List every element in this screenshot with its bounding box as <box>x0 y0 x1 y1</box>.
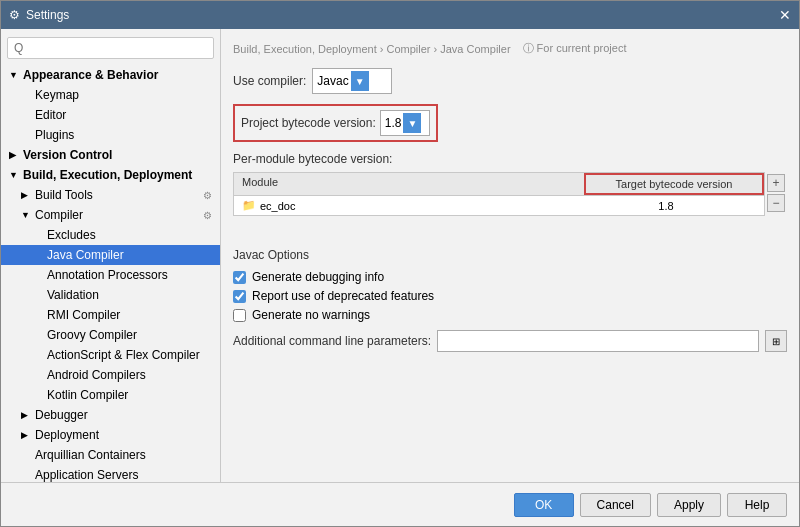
bytecode-version-select[interactable]: 1.8 ▼ <box>380 110 430 136</box>
checkbox-label-no_warnings: Generate no warnings <box>252 308 370 322</box>
cmd-row: Additional command line parameters: ⊞ <box>233 330 787 352</box>
sidebar-item-java-compiler[interactable]: Java Compiler <box>1 245 220 265</box>
cancel-button[interactable]: Cancel <box>580 493 651 517</box>
sidebar-item-arquillian[interactable]: Arquillian Containers <box>1 445 220 465</box>
sidebar-item-debugger[interactable]: ▶Debugger <box>1 405 220 425</box>
compiler-value: Javac <box>317 74 348 88</box>
sidebar-item-label: Deployment <box>35 428 99 442</box>
close-button[interactable]: ✕ <box>779 7 791 23</box>
checkbox-gen_debug[interactable] <box>233 271 246 284</box>
module-cell: 📁ec_doc <box>242 199 576 212</box>
bytecode-version-value: 1.8 <box>385 116 402 130</box>
apply-button[interactable]: Apply <box>657 493 721 517</box>
sidebar-item-label: Build, Execution, Deployment <box>23 168 192 182</box>
sidebar-item-build-tools[interactable]: ▶Build Tools⚙ <box>1 185 220 205</box>
expand-icon: ▶ <box>21 430 31 440</box>
add-row-button[interactable]: + <box>767 174 785 192</box>
compiler-select[interactable]: Javac ▼ <box>312 68 392 94</box>
sidebar-item-label: ActionScript & Flex Compiler <box>47 348 200 362</box>
sidebar-item-kotlin-compiler[interactable]: Kotlin Compiler <box>1 385 220 405</box>
ok-button[interactable]: OK <box>514 493 574 517</box>
title-bar-left: ⚙ Settings <box>9 8 69 22</box>
target-version-cell: 1.8 <box>576 200 756 212</box>
sidebar-item-label: Compiler <box>35 208 83 222</box>
sidebar-item-excludes[interactable]: Excludes <box>1 225 220 245</box>
expand-icon: ▼ <box>9 170 19 180</box>
browse-icon: ⊞ <box>772 336 780 347</box>
sidebar-item-label: Annotation Processors <box>47 268 168 282</box>
checkbox-label-deprecated: Report use of deprecated features <box>252 289 434 303</box>
main-content: ▼Appearance & BehaviorKeymapEditorPlugin… <box>1 29 799 482</box>
table-row[interactable]: 📁ec_doc1.8 <box>234 196 764 215</box>
checkbox-row-no_warnings: Generate no warnings <box>233 308 787 322</box>
sidebar-item-app-servers[interactable]: Application Servers <box>1 465 220 482</box>
expand-icon: ▼ <box>21 210 31 220</box>
settings-gear-icon: ⚙ <box>203 190 212 201</box>
settings-window: ⚙ Settings ✕ ▼Appearance & BehaviorKeyma… <box>0 0 800 527</box>
bytecode-version-box: Project bytecode version: 1.8 ▼ <box>233 104 438 142</box>
sidebar-item-deployment[interactable]: ▶Deployment <box>1 425 220 445</box>
sidebar-item-label: Editor <box>35 108 66 122</box>
sidebar-item-keymap[interactable]: Keymap <box>1 85 220 105</box>
folder-icon: 📁 <box>242 199 256 212</box>
use-compiler-label: Use compiler: <box>233 74 306 88</box>
table-side-buttons: + − <box>765 172 787 230</box>
compiler-dropdown-btn[interactable]: ▼ <box>351 71 369 91</box>
sidebar-item-appearance[interactable]: ▼Appearance & Behavior <box>1 65 220 85</box>
per-module-label: Per-module bytecode version: <box>233 152 787 166</box>
sidebar-tree: ▼Appearance & BehaviorKeymapEditorPlugin… <box>1 65 220 482</box>
checkbox-row-deprecated: Report use of deprecated features <box>233 289 787 303</box>
module-table: Module Target bytecode version 📁ec_doc1.… <box>233 172 765 216</box>
sidebar-item-label: Excludes <box>47 228 96 242</box>
sidebar-item-editor[interactable]: Editor <box>1 105 220 125</box>
sidebar-item-label: Groovy Compiler <box>47 328 137 342</box>
expand-icon: ▶ <box>21 190 31 200</box>
title-bar: ⚙ Settings ✕ <box>1 1 799 29</box>
cmd-input[interactable] <box>437 330 759 352</box>
sidebar-item-rmi-compiler[interactable]: RMI Compiler <box>1 305 220 325</box>
sidebar-item-label: Validation <box>47 288 99 302</box>
table-header: Module Target bytecode version <box>234 173 764 196</box>
breadcrumb-suffix: ⓘ For current project <box>523 41 627 56</box>
sidebar: ▼Appearance & BehaviorKeymapEditorPlugin… <box>1 29 221 482</box>
javac-section: Javac Options Generate debugging infoRep… <box>233 248 787 352</box>
settings-icon: ⚙ <box>9 8 20 22</box>
target-col-header: Target bytecode version <box>584 173 764 195</box>
breadcrumb-path: Build, Execution, Deployment › Compiler … <box>233 43 511 55</box>
module-table-container: Module Target bytecode version 📁ec_doc1.… <box>233 172 787 230</box>
expand-icon: ▶ <box>9 150 19 160</box>
sidebar-item-actionscript[interactable]: ActionScript & Flex Compiler <box>1 345 220 365</box>
javac-checkboxes: Generate debugging infoReport use of dep… <box>233 270 787 322</box>
sidebar-item-version-control[interactable]: ▶Version Control <box>1 145 220 165</box>
sidebar-item-plugins[interactable]: Plugins <box>1 125 220 145</box>
checkbox-no_warnings[interactable] <box>233 309 246 322</box>
sidebar-item-groovy-compiler[interactable]: Groovy Compiler <box>1 325 220 345</box>
main-panel: Build, Execution, Deployment › Compiler … <box>221 29 799 482</box>
remove-row-button[interactable]: − <box>767 194 785 212</box>
sidebar-item-label: Debugger <box>35 408 88 422</box>
sidebar-item-annotation-processors[interactable]: Annotation Processors <box>1 265 220 285</box>
sidebar-item-android-compilers[interactable]: Android Compilers <box>1 365 220 385</box>
sidebar-item-label: Appearance & Behavior <box>23 68 158 82</box>
sidebar-item-validation[interactable]: Validation <box>1 285 220 305</box>
checkbox-label-gen_debug: Generate debugging info <box>252 270 384 284</box>
module-col-header: Module <box>234 173 584 195</box>
sidebar-item-label: Java Compiler <box>47 248 124 262</box>
expand-icon: ▶ <box>21 410 31 420</box>
sidebar-item-compiler[interactable]: ▼Compiler⚙ <box>1 205 220 225</box>
sidebar-item-build-exec-deploy[interactable]: ▼Build, Execution, Deployment <box>1 165 220 185</box>
checkbox-deprecated[interactable] <box>233 290 246 303</box>
cmd-label: Additional command line parameters: <box>233 334 431 348</box>
bytecode-version-label: Project bytecode version: <box>241 116 376 130</box>
table-body: 📁ec_doc1.8 <box>234 196 764 215</box>
sidebar-item-label: Keymap <box>35 88 79 102</box>
sidebar-item-label: Arquillian Containers <box>35 448 146 462</box>
module-name: ec_doc <box>260 200 295 212</box>
sidebar-item-label: Kotlin Compiler <box>47 388 128 402</box>
help-button[interactable]: Help <box>727 493 787 517</box>
search-input[interactable] <box>7 37 214 59</box>
javac-title: Javac Options <box>233 248 787 262</box>
cmd-browse-button[interactable]: ⊞ <box>765 330 787 352</box>
bytecode-version-dropdown-btn[interactable]: ▼ <box>403 113 421 133</box>
sidebar-item-label: Version Control <box>23 148 112 162</box>
